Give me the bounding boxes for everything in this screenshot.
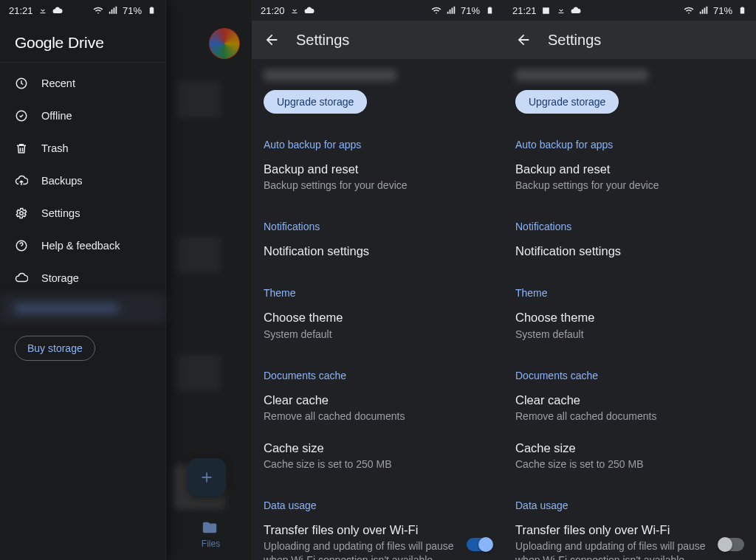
download-icon	[289, 5, 300, 15]
item-title: Notification settings	[264, 243, 492, 259]
offline-icon	[15, 109, 28, 122]
upgrade-storage-button[interactable]: Upgrade storage	[515, 90, 619, 114]
item-choose-theme[interactable]: Choose theme System default	[264, 309, 492, 341]
status-time: 21:21	[512, 5, 537, 16]
signal-icon	[108, 5, 118, 15]
wifi-only-toggle[interactable]	[467, 538, 492, 551]
item-cache-size[interactable]: Cache size Cache size is set to 250 MB	[515, 440, 744, 471]
brand-drive: Drive	[68, 34, 104, 52]
status-battery: 71%	[713, 5, 732, 16]
trash-icon	[15, 142, 28, 155]
settings-body: Upgrade storage Auto backup for apps Bac…	[252, 69, 504, 560]
battery-icon	[146, 5, 157, 15]
item-title: Cache size	[264, 440, 492, 456]
buy-storage-button[interactable]: Buy storage	[15, 336, 95, 361]
item-subtitle: Remove all cached documents	[515, 409, 715, 424]
item-subtitle: Remove all cached documents	[264, 409, 463, 424]
cloud-icon	[304, 5, 315, 15]
pane-settings-off: 21:21 71% Settings Upgrade storage Auto …	[504, 0, 756, 560]
item-notification-settings[interactable]: Notification settings	[264, 243, 492, 259]
section-documents-cache: Documents cache	[264, 370, 492, 381]
appbar: Settings	[252, 21, 504, 59]
status-time: 21:21	[9, 5, 33, 16]
section-documents-cache: Documents cache	[515, 370, 744, 381]
svg-point-2	[20, 212, 24, 215]
pane-settings-on: 21:20 71% Settings Upgrade storage Auto …	[252, 0, 504, 560]
drawer-item-storage[interactable]: Storage	[0, 262, 165, 294]
item-wifi-only[interactable]: Transfer files only over Wi-Fi Uploading…	[264, 522, 492, 560]
signal-icon	[698, 5, 709, 15]
cloud-icon	[571, 5, 581, 15]
section-notifications: Notifications	[515, 221, 744, 232]
item-title: Choose theme	[264, 309, 492, 325]
status-bar: 21:21 71%	[0, 0, 165, 21]
wifi-only-toggle[interactable]	[719, 538, 744, 551]
cloud-icon	[15, 272, 28, 285]
drawer-item-label: Trash	[41, 142, 69, 154]
drawer-item-backups[interactable]: Backups	[0, 165, 165, 197]
item-subtitle: Cache size is set to 250 MB	[515, 457, 715, 471]
cloud-up-icon	[15, 174, 28, 187]
back-button[interactable]	[515, 32, 532, 48]
item-choose-theme[interactable]: Choose theme System default	[515, 309, 744, 341]
download-icon	[556, 5, 566, 15]
page-title: Settings	[296, 32, 349, 49]
drawer-item-label: Recent	[41, 77, 75, 89]
drawer-item-label: Settings	[41, 207, 80, 219]
clock-icon	[15, 77, 28, 90]
item-title: Cache size	[515, 440, 744, 456]
item-title: Backup and reset	[264, 161, 492, 177]
cloud-icon	[52, 5, 63, 15]
item-title: Choose theme	[515, 309, 744, 325]
battery-icon	[484, 5, 495, 15]
item-title: Transfer files only over Wi-Fi	[515, 522, 712, 538]
page-title: Settings	[548, 32, 601, 49]
item-subtitle: Cache size is set to 250 MB	[264, 457, 463, 471]
item-subtitle: Uploading and updating of files will pau…	[264, 539, 459, 560]
item-subtitle: System default	[515, 328, 715, 342]
drawer-item-label: Help & feedback	[41, 240, 120, 252]
section-notifications: Notifications	[264, 221, 492, 232]
drawer-item-settings[interactable]: Settings	[0, 197, 165, 229]
drawer-item-trash[interactable]: Trash	[0, 132, 165, 165]
section-auto-backup: Auto backup for apps	[515, 139, 744, 151]
item-cache-size[interactable]: Cache size Cache size is set to 250 MB	[264, 440, 492, 471]
nav-drawer: 21:21 71% Google Drive Recent	[0, 0, 166, 560]
status-bar: 21:21 71%	[504, 0, 756, 21]
item-title: Clear cache	[515, 392, 744, 408]
drawer-item-label: Backups	[41, 175, 83, 187]
drawer-item-offline[interactable]: Offline	[0, 100, 165, 132]
drawer-scrim[interactable]	[166, 0, 252, 560]
item-subtitle: Uploading and updating of files will pau…	[515, 539, 712, 560]
settings-body: Upgrade storage Auto backup for apps Bac…	[504, 69, 756, 560]
back-button[interactable]	[264, 32, 280, 48]
upgrade-storage-button[interactable]: Upgrade storage	[264, 90, 367, 114]
drawer-storage-usage	[0, 294, 165, 322]
item-clear-cache[interactable]: Clear cache Remove all cached documents	[264, 392, 492, 424]
item-backup-reset[interactable]: Backup and reset Backup settings for you…	[264, 161, 492, 193]
wifi-icon	[431, 5, 441, 15]
item-title: Backup and reset	[515, 161, 744, 177]
section-data-usage: Data usage	[515, 499, 744, 511]
section-data-usage: Data usage	[264, 499, 492, 511]
section-auto-backup: Auto backup for apps	[264, 139, 492, 151]
item-subtitle: System default	[264, 328, 463, 342]
item-wifi-only[interactable]: Transfer files only over Wi-Fi Uploading…	[515, 522, 744, 560]
item-subtitle: Backup settings for your device	[264, 179, 463, 193]
drawer-item-label: Storage	[41, 272, 79, 284]
item-notification-settings[interactable]: Notification settings	[515, 243, 744, 259]
appbar: Settings	[504, 21, 756, 59]
image-icon	[541, 5, 551, 15]
drawer-list: Recent Offline Trash Backups Settings	[0, 63, 165, 365]
drawer-item-help[interactable]: Help & feedback	[0, 229, 165, 262]
drawer-item-recent[interactable]: Recent	[0, 67, 165, 100]
status-time: 21:20	[261, 5, 285, 16]
brand-google: Google	[15, 34, 63, 52]
gear-icon	[15, 207, 28, 220]
status-bar: 21:20 71%	[252, 0, 504, 21]
storage-usage-blurred	[515, 69, 648, 81]
section-theme: Theme	[264, 287, 492, 299]
wifi-icon	[684, 5, 694, 15]
item-clear-cache[interactable]: Clear cache Remove all cached documents	[515, 392, 744, 424]
item-backup-reset[interactable]: Backup and reset Backup settings for you…	[515, 161, 744, 193]
